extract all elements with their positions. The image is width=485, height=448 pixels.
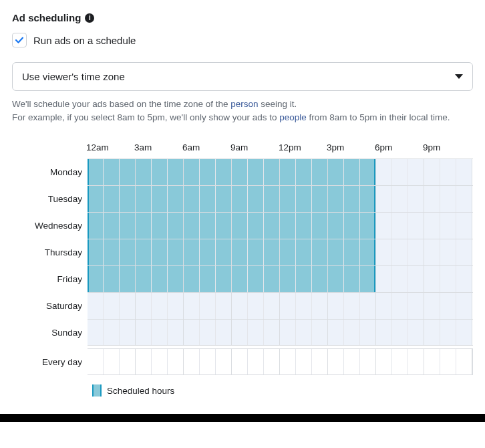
- people-link[interactable]: people: [279, 112, 307, 122]
- hour-cell[interactable]: [104, 159, 120, 185]
- hour-cell[interactable]: [344, 239, 360, 265]
- hour-cell[interactable]: [232, 349, 248, 374]
- hour-cell[interactable]: [152, 239, 168, 265]
- hour-cell[interactable]: [104, 320, 120, 345]
- hour-cell[interactable]: [120, 320, 136, 345]
- hour-cell[interactable]: [248, 266, 264, 292]
- hour-cell[interactable]: [88, 213, 104, 239]
- hour-cell[interactable]: [104, 293, 120, 319]
- hour-cell[interactable]: [456, 159, 472, 185]
- person-link[interactable]: person: [230, 99, 258, 109]
- hour-cell[interactable]: [152, 213, 168, 239]
- hour-cell[interactable]: [168, 320, 184, 345]
- hour-cell[interactable]: [408, 293, 424, 319]
- hour-cell[interactable]: [232, 266, 248, 292]
- hour-cell[interactable]: [328, 159, 344, 185]
- hour-cell[interactable]: [280, 159, 296, 185]
- hour-cell[interactable]: [168, 213, 184, 239]
- hour-cell[interactable]: [296, 159, 312, 185]
- hour-cell[interactable]: [104, 349, 120, 374]
- hour-cell[interactable]: [392, 186, 408, 212]
- hour-cell[interactable]: [376, 320, 392, 345]
- hour-cell[interactable]: [136, 159, 152, 185]
- hour-cell[interactable]: [136, 349, 152, 374]
- hour-cell[interactable]: [376, 186, 392, 212]
- hour-cell[interactable]: [440, 159, 456, 185]
- hour-cell[interactable]: [376, 349, 392, 374]
- hour-cell[interactable]: [456, 349, 472, 374]
- hour-cell[interactable]: [152, 159, 168, 185]
- hour-cell[interactable]: [168, 239, 184, 265]
- hour-cell[interactable]: [312, 239, 328, 265]
- day-row[interactable]: [88, 239, 473, 265]
- hour-cell[interactable]: [88, 293, 104, 319]
- hour-cell[interactable]: [184, 159, 200, 185]
- hour-cell[interactable]: [136, 239, 152, 265]
- hour-cell[interactable]: [344, 320, 360, 345]
- hour-cell[interactable]: [392, 293, 408, 319]
- hour-cell[interactable]: [296, 186, 312, 212]
- hour-cell[interactable]: [280, 213, 296, 239]
- hour-cell[interactable]: [216, 186, 232, 212]
- hour-cell[interactable]: [312, 159, 328, 185]
- hour-cell[interactable]: [104, 186, 120, 212]
- hour-cell[interactable]: [152, 320, 168, 345]
- hour-cell[interactable]: [168, 293, 184, 319]
- hour-cell[interactable]: [456, 186, 472, 212]
- hour-cell[interactable]: [328, 293, 344, 319]
- hour-cell[interactable]: [424, 213, 440, 239]
- hour-cell[interactable]: [360, 349, 376, 374]
- hour-cell[interactable]: [360, 239, 376, 265]
- hour-cell[interactable]: [280, 320, 296, 345]
- hour-cell[interactable]: [104, 266, 120, 292]
- day-row[interactable]: [88, 185, 473, 212]
- timezone-select[interactable]: Use viewer's time zone: [12, 62, 473, 91]
- hour-cell[interactable]: [248, 349, 264, 374]
- hour-cell[interactable]: [232, 293, 248, 319]
- hour-cell[interactable]: [312, 293, 328, 319]
- hour-cell[interactable]: [296, 320, 312, 345]
- hour-cell[interactable]: [456, 213, 472, 239]
- hour-cell[interactable]: [264, 349, 280, 374]
- hour-cell[interactable]: [296, 266, 312, 292]
- hour-cell[interactable]: [200, 266, 216, 292]
- hour-cell[interactable]: [184, 213, 200, 239]
- hour-cell[interactable]: [104, 213, 120, 239]
- hour-cell[interactable]: [200, 320, 216, 345]
- hour-cell[interactable]: [232, 320, 248, 345]
- hour-cell[interactable]: [184, 293, 200, 319]
- hour-cell[interactable]: [264, 159, 280, 185]
- hour-cell[interactable]: [120, 349, 136, 374]
- hour-cell[interactable]: [360, 293, 376, 319]
- hour-cell[interactable]: [216, 239, 232, 265]
- hour-cell[interactable]: [152, 266, 168, 292]
- hour-cell[interactable]: [88, 320, 104, 345]
- hour-cell[interactable]: [328, 213, 344, 239]
- hour-cell[interactable]: [328, 239, 344, 265]
- hour-cell[interactable]: [248, 186, 264, 212]
- hour-cell[interactable]: [232, 213, 248, 239]
- hour-cell[interactable]: [88, 266, 104, 292]
- hour-cell[interactable]: [152, 293, 168, 319]
- hour-cell[interactable]: [408, 349, 424, 374]
- hour-cell[interactable]: [456, 266, 472, 292]
- hour-cell[interactable]: [440, 239, 456, 265]
- hour-cell[interactable]: [360, 266, 376, 292]
- hour-cell[interactable]: [216, 320, 232, 345]
- hour-cell[interactable]: [440, 186, 456, 212]
- hour-cell[interactable]: [120, 293, 136, 319]
- hour-cell[interactable]: [136, 266, 152, 292]
- hour-cell[interactable]: [440, 213, 456, 239]
- hour-cell[interactable]: [152, 349, 168, 374]
- hour-cell[interactable]: [344, 293, 360, 319]
- hour-cell[interactable]: [424, 186, 440, 212]
- hour-cell[interactable]: [280, 349, 296, 374]
- hour-cell[interactable]: [264, 293, 280, 319]
- hour-cell[interactable]: [392, 213, 408, 239]
- hour-cell[interactable]: [392, 159, 408, 185]
- hour-cell[interactable]: [184, 239, 200, 265]
- hour-cell[interactable]: [136, 293, 152, 319]
- hour-cell[interactable]: [296, 349, 312, 374]
- hour-cell[interactable]: [200, 186, 216, 212]
- hour-cell[interactable]: [216, 213, 232, 239]
